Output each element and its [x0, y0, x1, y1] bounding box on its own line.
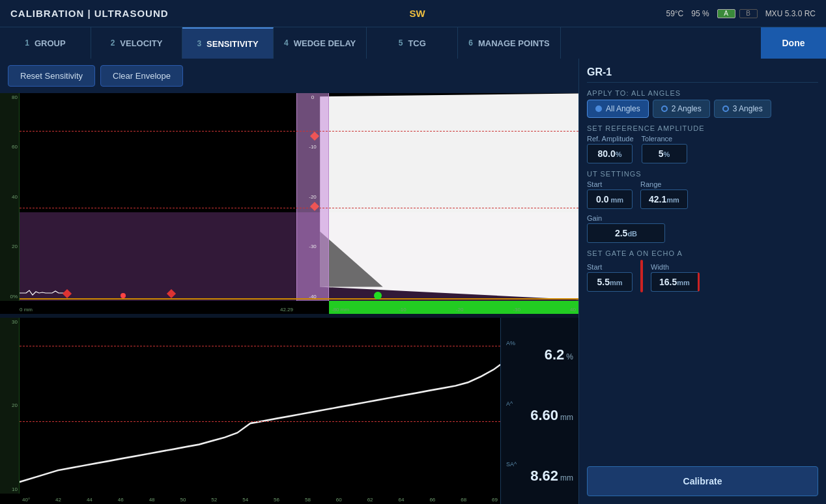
h-line-bot-top [20, 346, 500, 346]
orange-baseline [20, 298, 578, 300]
tab-num-4: 4 [284, 38, 289, 48]
signal-hint [20, 285, 98, 298]
vertical-ruler: 0 -10 -20 -30 -40 [296, 93, 329, 301]
chart-area: 80 60 40 20 0% 0 -10 -20 -30 -40 [0, 93, 578, 504]
gain-field: Gain 2.5dB [587, 214, 818, 243]
tolerance-value[interactable]: 5% [642, 144, 687, 163]
readout-a-hat: A^ 6.60 mm [506, 400, 573, 424]
apply-to-label: APPLY TO: All Angles [587, 89, 818, 97]
radio-dot-3 [722, 105, 729, 112]
tab-num-1: 1 [25, 38, 29, 48]
ref-amplitude-field: Ref. Amplitude 80.0% [587, 135, 634, 163]
mode-label: SW [409, 8, 425, 19]
gate-width-value[interactable]: 16.5mm [651, 272, 700, 292]
tab-label-velocity: VELOCITY [120, 38, 162, 48]
red-dot [121, 293, 126, 298]
x-labels-top: 0 mm 42.29 [20, 307, 293, 313]
tab-label-group: GROUP [35, 38, 66, 48]
range-field: Range 42.1mm [640, 180, 688, 209]
tab-manage-points[interactable]: 6 MANAGE POINTS [458, 27, 560, 59]
main-content: Reset Sensitivity Clear Envelope 80 60 4… [0, 59, 826, 504]
gain-label: Gain [587, 214, 602, 222]
tolerance-label: Tolerance [642, 135, 673, 143]
radio-all-angles[interactable]: All Angles [587, 100, 649, 118]
tab-wedge-delay[interactable]: 4 WEDGE DELAY [274, 27, 367, 59]
start-range-row: Start 0.0 mm Range 42.1mm [587, 180, 818, 209]
readout-sa-hat-label: SA^ [506, 461, 573, 468]
ut-settings-section: UT SETTINGS Start 0.0 mm Range 42.1mm Ga… [587, 170, 818, 243]
radio-2-angles[interactable]: 2 Angles [653, 100, 710, 118]
radio-2-label: 2 Angles [672, 104, 702, 113]
tab-label-tcg: TCG [408, 38, 425, 48]
readout-a-pct: A% 6.2 % [506, 340, 573, 363]
ref-amplitude-row: Ref. Amplitude 80.0% Tolerance 5% [587, 135, 818, 163]
tolerance-field: Tolerance 5% [642, 135, 687, 163]
ref-amplitude-section-label: SET REFERENCE AMPLITUDE [587, 124, 818, 132]
radio-dot-2 [661, 105, 668, 112]
apply-to-section: APPLY TO: All Angles All Angles 2 Angles… [587, 89, 818, 118]
radio-dot-all [595, 105, 602, 112]
x-axis-labels-bottom: 40° 42 44 46 48 50 52 54 56 58 60 62 64 … [20, 494, 500, 504]
gate-width-field: Width 16.5mm [651, 263, 700, 292]
clear-envelope-button[interactable]: Clear Envelope [100, 65, 183, 87]
tab-group[interactable]: 1 GROUP [0, 27, 91, 59]
range-label: Range [640, 180, 661, 188]
toolbar: Reset Sensitivity Clear Envelope [0, 59, 578, 93]
tab-num-5: 5 [399, 38, 403, 48]
h-line-mid [20, 208, 578, 208]
status-bar: 59°C 95 % A B MXU 5.3.0 RC [666, 9, 816, 18]
tab-velocity[interactable]: 2 VELOCITY [91, 27, 182, 59]
tab-num-3: 3 [197, 39, 201, 48]
tab-label-wedge-delay: WEDGE DELAY [294, 38, 356, 48]
battery-a: A [717, 9, 735, 18]
gate-start-label: Start [587, 263, 602, 271]
x-labels-right: -80 mm -10 -20 -30 40 [329, 307, 578, 313]
battery-b: B [739, 9, 758, 18]
gate-start-value[interactable]: 5.5mm [587, 272, 633, 292]
tab-tcg[interactable]: 5 TCG [367, 27, 458, 59]
start-label: Start [587, 180, 602, 188]
readout-panel: A% 6.2 % A^ 6.60 mm SA^ [500, 318, 578, 504]
ref-amplitude-label: Ref. Amplitude [587, 135, 634, 143]
app-title: CALIBRATION | ULTRASOUND [10, 8, 169, 19]
start-value[interactable]: 0.0 mm [587, 189, 633, 209]
readout-a-pct-label: A% [506, 340, 573, 346]
battery-pct: 95 % [691, 9, 709, 18]
done-button[interactable]: Done [761, 27, 826, 59]
tab-num-2: 2 [111, 38, 115, 48]
gain-value[interactable]: 2.5dB [587, 223, 665, 243]
readout-a-pct-unit: % [566, 352, 573, 361]
y-ruler-top: 80 60 40 20 0% [0, 93, 20, 301]
temperature: 59°C [666, 9, 683, 18]
readout-a-hat-unit: mm [560, 413, 573, 422]
version: MXU 5.3.0 RC [765, 9, 816, 18]
left-panel: Reset Sensitivity Clear Envelope 80 60 4… [0, 59, 578, 504]
top-bar: CALIBRATION | ULTRASOUND SW 59°C 95 % A … [0, 0, 826, 27]
top-chart: 80 60 40 20 0% 0 -10 -20 -30 -40 [0, 93, 578, 315]
readout-sa-hat-value: 8.62 [530, 468, 558, 484]
h-line-top [20, 131, 578, 132]
nav-tabs: 1 GROUP 2 VELOCITY 3 SENSITIVITY 4 WEDGE… [0, 27, 826, 59]
tab-num-6: 6 [468, 38, 473, 48]
h-line-bot-mid [20, 421, 500, 422]
radio-3-angles[interactable]: 3 Angles [714, 100, 771, 118]
tab-label-sensitivity: SENSITIVITY [206, 39, 258, 49]
gate-width-label: Width [651, 263, 669, 271]
gate-section: SET GATE A ON ECHO A Start 5.5mm Width 1… [587, 249, 818, 295]
gate-start-field: Start 5.5mm [587, 263, 633, 292]
angle-radio-group: All Angles 2 Angles 3 Angles [587, 100, 818, 118]
calibrate-button[interactable]: Calibrate [587, 466, 818, 496]
panel-title: GR-1 [587, 66, 818, 83]
green-marker[interactable] [374, 292, 382, 300]
readout-a-hat-label: A^ [506, 400, 573, 407]
reset-sensitivity-button[interactable]: Reset Sensitivity [8, 65, 95, 87]
radio-all-label: All Angles [606, 104, 640, 113]
start-field: Start 0.0 mm [587, 180, 633, 209]
tab-sensitivity[interactable]: 3 SENSITIVITY [182, 27, 274, 59]
gate-row: Start 5.5mm Width 16.5mm [587, 260, 818, 295]
readout-a-pct-value: 6.2 [545, 346, 565, 363]
battery-indicators: A B [717, 9, 758, 18]
ref-amplitude-value[interactable]: 80.0% [587, 144, 633, 163]
range-value[interactable]: 42.1mm [640, 189, 688, 209]
ref-amplitude-section: SET REFERENCE AMPLITUDE Ref. Amplitude 8… [587, 124, 818, 163]
